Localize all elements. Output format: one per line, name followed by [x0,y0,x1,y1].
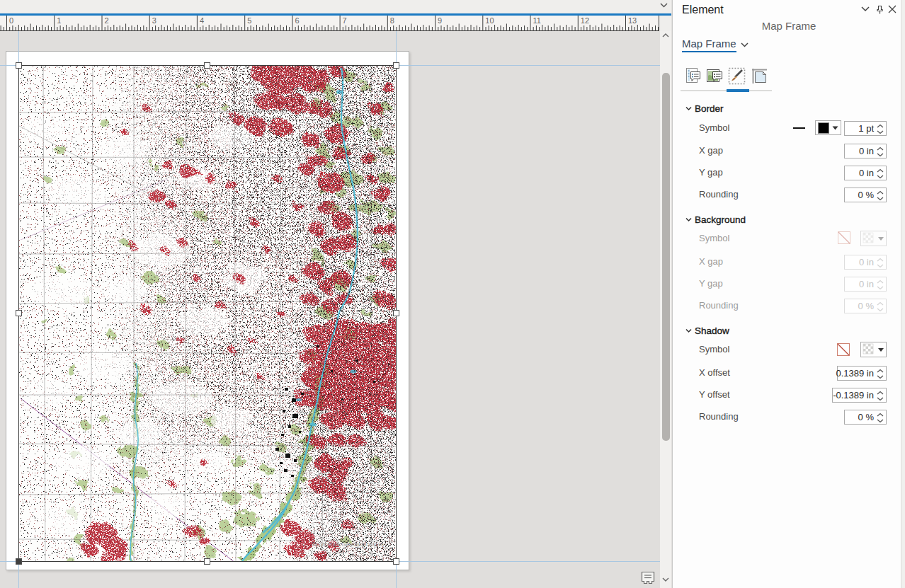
svg-text:5: 5 [247,16,251,25]
svg-text:9: 9 [438,16,442,25]
svg-text:Illinois State Geological Surv: Illinois State Geological Survey [312,541,385,548]
svg-text:11: 11 [533,16,541,25]
svg-text:6: 6 [295,16,299,25]
svg-text:13: 13 [628,16,637,25]
svg-text:3: 3 [152,16,156,25]
svg-text:1: 1 [57,16,61,25]
svg-text:12: 12 [581,16,589,25]
svg-text:7: 7 [343,16,347,25]
svg-text:4: 4 [200,16,204,25]
svg-text:2: 2 [105,16,109,25]
svg-text:8: 8 [390,16,394,25]
svg-text:10: 10 [485,16,494,25]
svg-text:0: 0 [9,16,13,25]
